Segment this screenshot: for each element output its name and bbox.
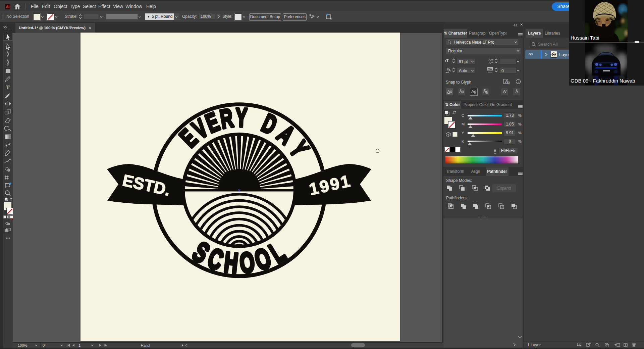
svg-text:g: g [508,81,510,84]
svg-text:Y: Y [235,103,248,132]
svg-text:A: A [489,61,491,64]
svg-text:T: T [6,84,10,91]
svg-text:VA: VA [488,67,492,71]
svg-text:i: i [518,80,519,84]
svg-text:A: A [505,79,508,84]
svg-text:A: A [448,68,451,72]
